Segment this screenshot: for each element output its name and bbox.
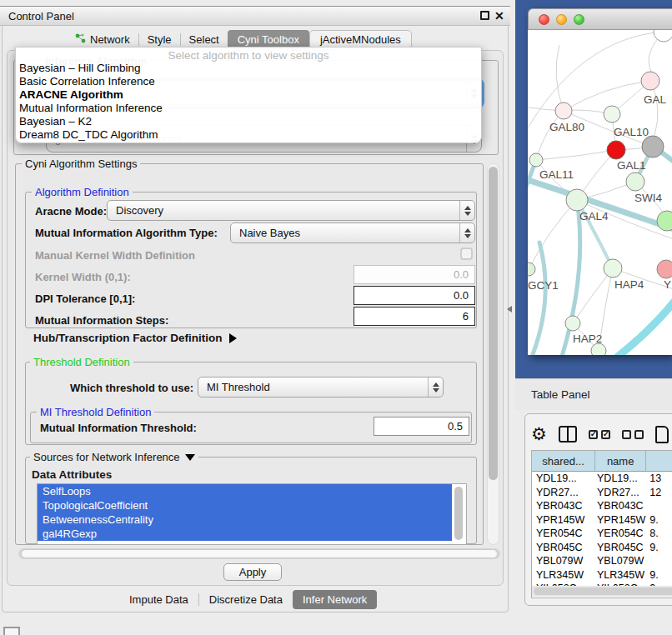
table-row[interactable]: YPR145WYPR145W9. <box>532 513 672 528</box>
algorithm-dropdown-placeholder: Select algorithm to view settings <box>16 48 481 62</box>
settings-vertical-scrollbar-thumb[interactable] <box>489 167 498 480</box>
tab-network-label: Network <box>90 33 130 46</box>
manual-kernel-width-checkbox[interactable] <box>460 248 473 260</box>
aracne-mode-combo[interactable]: Discovery <box>107 200 475 221</box>
tab-style-label: Style <box>148 33 172 46</box>
tab-style[interactable]: Style <box>139 31 180 48</box>
table-cell: YBR043C <box>595 500 646 512</box>
close-traffic-icon[interactable] <box>539 14 549 25</box>
mi-threshold-field[interactable]: 0.5 <box>374 417 469 436</box>
node-label: HAP4 <box>614 278 644 291</box>
table-row[interactable]: YDR27...YDR27...12 <box>532 486 672 500</box>
table-cell: 12 <box>646 487 672 498</box>
minimize-traffic-icon[interactable] <box>556 14 567 25</box>
table-row[interactable]: YER054CYER054C8. <box>532 527 672 541</box>
settings-gear-icon[interactable]: ⚙ <box>531 426 547 442</box>
stepper-icon <box>459 201 474 220</box>
network-node[interactable] <box>591 343 606 355</box>
network-node-gal[interactable] <box>641 72 659 90</box>
network-graph: GALGAL80GAL10GAL1GAL11GAL4SWI4GCY1HAP4YH… <box>528 30 672 355</box>
network-node-gal4[interactable] <box>566 189 588 211</box>
network-node-gal1[interactable] <box>626 172 644 191</box>
close-icon[interactable]: ✕ <box>494 9 504 22</box>
tab-impute-data[interactable]: Impute Data <box>119 590 198 609</box>
sources-title-text: Sources for Network Inference <box>33 451 180 463</box>
network-node-y[interactable] <box>657 260 672 278</box>
attribute-list-item[interactable]: SelfLoops <box>38 484 452 498</box>
table-panel-title: Table Panel <box>531 388 590 401</box>
deselect-all-icon[interactable] <box>622 430 644 439</box>
sources-for-network-inference-title[interactable]: Sources for Network Inference <box>30 451 198 463</box>
apply-button[interactable]: Apply <box>223 563 282 581</box>
algorithm-option[interactable]: Bayesian – Hill Climbing <box>16 62 481 75</box>
network-node-gal11[interactable] <box>529 153 543 167</box>
tab-discretize-data[interactable]: Discretize Data <box>199 590 293 609</box>
node-label: GAL1 <box>617 159 646 172</box>
mi-algorithm-type-combo[interactable]: Naive Bayes <box>230 222 475 243</box>
network-node[interactable] <box>607 141 625 159</box>
panel-splitter-collapse-icon[interactable] <box>507 306 512 312</box>
table-cell: 9. <box>646 514 672 526</box>
attribute-list-item[interactable]: BetweennessCentrality <box>38 512 452 527</box>
float-window-icon[interactable] <box>480 11 489 20</box>
node-label: SWI4 <box>634 192 662 204</box>
table-row[interactable]: YDL19...YDL19...13 <box>532 472 672 486</box>
network-node-gcy1[interactable] <box>528 262 535 276</box>
algorithm-dropdown-list: Bayesian – Hill ClimbingBasic Correlatio… <box>16 62 481 142</box>
attribute-list-item[interactable]: gal4RGexp <box>38 527 452 541</box>
table-horizontal-scrollbar-thumb[interactable] <box>534 588 672 595</box>
collapse-arrow-icon <box>185 454 195 461</box>
tab-select-label: Select <box>189 33 219 46</box>
column-header-clipped[interactable] <box>646 451 672 471</box>
kernel-width-field[interactable]: 0.0 <box>354 265 475 284</box>
network-node-hap2[interactable] <box>565 316 580 331</box>
algorithm-option[interactable]: ARACNE Algorithm <box>16 88 481 102</box>
tab-infer-network[interactable]: Infer Network <box>293 590 377 609</box>
network-node-hap4[interactable] <box>604 259 622 278</box>
export-table-icon[interactable] <box>655 426 669 443</box>
network-node-gal80[interactable] <box>555 102 572 119</box>
tab-select[interactable]: Select <box>181 31 228 48</box>
bottom-tabs: Impute Data Discretize Data Infer Networ… <box>119 590 377 609</box>
network-node[interactable] <box>642 136 664 158</box>
algorithm-option[interactable]: Bayesian – K2 <box>16 115 481 128</box>
table-body: YDL19...YDL19...13YDR27...YDR27...12YBR0… <box>532 472 672 596</box>
expand-arrow-icon <box>229 333 237 343</box>
mi-steps-field[interactable]: 6 <box>354 307 475 326</box>
network-canvas[interactable]: GALGAL80GAL10GAL1GAL11GAL4SWI4GCY1HAP4YH… <box>528 30 672 355</box>
algorithm-option[interactable]: Mutual Information Inference <box>16 102 481 115</box>
table-row[interactable]: YBR045CYBR045C9. <box>532 541 672 555</box>
aracne-mode-value: Discovery <box>108 204 459 217</box>
data-attributes-list[interactable]: SelfLoopsTopologicalCoefficientBetweenne… <box>37 483 467 545</box>
column-header-shared-name[interactable]: shared... <box>532 451 595 471</box>
dpi-tolerance-field[interactable]: 0.0 <box>354 286 475 305</box>
table-toolbar: ⚙ <box>531 421 672 448</box>
stepper-icon <box>459 223 474 242</box>
hub-transcription-factor-expander[interactable]: Hub/Transcription Factor Definition <box>33 332 237 344</box>
algorithm-option[interactable]: Dream8 DC_TDC Algorithm <box>16 128 481 142</box>
network-node-gal10[interactable] <box>604 106 620 122</box>
node-attribute-table[interactable]: shared... name YDL19...YDL19...13YDR27..… <box>531 450 672 598</box>
zoom-traffic-icon[interactable] <box>574 14 584 25</box>
algorithm-option[interactable]: Basic Correlation Inference <box>16 75 481 88</box>
which-threshold-combo[interactable]: MI Threshold <box>198 377 444 398</box>
select-all-icon[interactable] <box>589 430 610 439</box>
table-row[interactable]: YBL079WYBL079W <box>532 554 672 568</box>
stepper-icon <box>428 378 443 397</box>
kernel-width-label: Kernel Width (0,1): <box>35 271 131 283</box>
table-row[interactable]: YBR043CYBR043C <box>532 499 672 513</box>
table-cell: 9. <box>646 569 672 581</box>
network-node-swi4[interactable] <box>657 211 672 231</box>
node-label: GAL11 <box>539 168 574 181</box>
table-row[interactable]: YLR345WYLR345W9. <box>532 568 672 582</box>
dpi-tolerance-label: DPI Tolerance [0,1]: <box>35 292 135 305</box>
node-label: GAL4 <box>579 210 609 222</box>
table-cell: YER054C <box>595 528 646 539</box>
minimized-window-icon[interactable] <box>3 627 20 635</box>
attribute-list-scrollbar[interactable] <box>454 487 463 540</box>
attribute-list-item[interactable]: TopologicalCoefficient <box>38 498 452 512</box>
table-cell: YBL079W <box>532 555 595 567</box>
settings-horizontal-scrollbar-thumb[interactable] <box>21 549 498 558</box>
column-header-name[interactable]: name <box>595 451 646 471</box>
column-layout-icon[interactable] <box>559 426 577 442</box>
